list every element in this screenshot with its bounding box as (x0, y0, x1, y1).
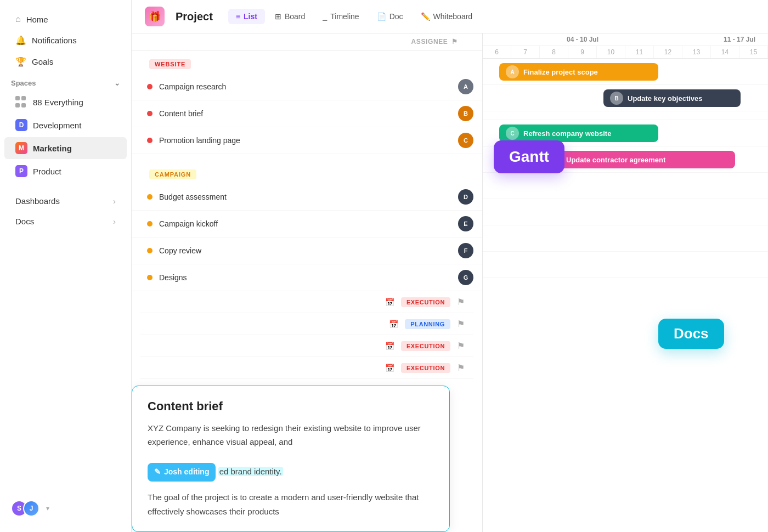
timeline-icon: ⎯ (323, 12, 327, 21)
gantt-bar-2[interactable]: B Update key objectives (603, 89, 741, 107)
col-flag: ⚑ (451, 38, 473, 46)
gantt-day: 10 (597, 46, 625, 58)
nav-tabs: ≡ List ⊞ Board ⎯ Timeline 📄 Doc ✏️ White… (228, 9, 480, 24)
bar-avatar: B (610, 92, 623, 105)
sidebar-item-goals[interactable]: 🏆 Goals (4, 52, 127, 72)
avatar: F (458, 243, 473, 258)
task-dot (147, 248, 153, 253)
sidebar-item-home[interactable]: ⌂ Home (4, 9, 127, 29)
docs-body: XYZ Company is seeking to redesign their… (148, 421, 434, 518)
gantt-day: 7 (511, 46, 540, 58)
task-dot (147, 111, 153, 116)
week1-label: 04 - 10 Jul (483, 33, 682, 46)
gantt-day: 9 (568, 46, 597, 58)
gantt-day: 12 (654, 46, 682, 58)
avatar: A (458, 79, 473, 94)
chevron-down-icon[interactable]: ⌄ (114, 79, 120, 87)
task-row[interactable]: Campaign research A (132, 73, 482, 100)
tab-doc[interactable]: 📄 Doc (369, 9, 411, 24)
docs-text-2: The goal of the project is to create a m… (148, 490, 434, 518)
task-row[interactable]: Content brief B (132, 100, 482, 127)
task-dot (147, 194, 153, 200)
mkt-icon: M (15, 142, 27, 154)
everything-icon (15, 96, 27, 108)
status-row[interactable]: 📅 EXECUTION ⚑ (140, 335, 473, 357)
prd-icon: P (15, 165, 27, 177)
sidebar-product-label: Product (33, 167, 61, 176)
tab-whiteboard[interactable]: ✏️ Whiteboard (413, 9, 481, 24)
home-icon: ⌂ (15, 14, 21, 24)
task-name: Designs (159, 273, 458, 282)
calendar-icon: 📅 (385, 364, 394, 372)
avatar: E (458, 216, 473, 231)
week1-days: 6 7 8 9 10 11 12 (483, 46, 682, 58)
footer-caret[interactable]: ▾ (46, 505, 49, 512)
avatar-j: J (23, 500, 39, 517)
gantt-bar-1[interactable]: A Finalize project scope (499, 63, 658, 81)
list-panel: ASSIGNEE ⚑ WEBSITE Campaign research A C… (132, 33, 483, 532)
sidebar-item-everything[interactable]: 88 Everything (4, 91, 127, 113)
docs-title: Content brief (148, 399, 434, 414)
chevron-right-docs-icon: › (113, 217, 116, 226)
sidebar-dashboards-label: Dashboards (15, 196, 108, 206)
avatar: G (458, 270, 473, 285)
gantt-header: 04 - 10 Jul 6 7 8 9 10 11 12 11 - 17 Jul… (483, 33, 768, 59)
task-name: Copy review (159, 246, 458, 255)
task-name: Promotion landing page (159, 136, 458, 145)
docs-text-1: XYZ Company is seeking to redesign their… (148, 421, 434, 449)
status-row[interactable]: 📅 PLANNING ⚑ (140, 313, 473, 335)
gantt-day: 11 (625, 46, 654, 58)
sidebar-item-docs[interactable]: Docs › (4, 212, 127, 231)
task-dot (147, 221, 153, 227)
tab-board[interactable]: ⊞ Board (267, 9, 313, 24)
sidebar-item-notifications[interactable]: 🔔 Notifications (4, 30, 127, 50)
task-name: Campaign kickoff (159, 219, 458, 228)
task-row[interactable]: Designs G (132, 264, 482, 291)
gantt-bar-4[interactable]: Update contractor agreement (560, 151, 735, 168)
pencil-icon: ✎ (154, 466, 161, 479)
floating-gantt-label: Gantt (494, 140, 564, 173)
task-row[interactable]: Copy review F (132, 237, 482, 264)
task-dot (147, 138, 153, 143)
tab-timeline[interactable]: ⎯ Timeline (315, 9, 366, 24)
section-campaign: CAMPAIGN Budget assessment D Campaign ki… (132, 161, 482, 291)
josh-editing-badge: ✎ Josh editing (148, 463, 216, 482)
gantt-day: 13 (682, 46, 711, 58)
spaces-section: Spaces ⌄ (0, 72, 131, 90)
sidebar-everything-label: 88 Everything (33, 98, 83, 107)
sidebar-item-marketing[interactable]: M Marketing (4, 137, 127, 159)
sidebar-item-development[interactable]: D Development (4, 114, 127, 136)
docs-highlight: ed brand identity. (218, 467, 283, 476)
gantt-panel: 04 - 10 Jul 6 7 8 9 10 11 12 11 - 17 Jul… (483, 33, 768, 532)
gantt-row-empty (483, 252, 768, 278)
gantt-row-2: B Update key objectives (483, 85, 768, 111)
project-logo: 🎁 (145, 7, 165, 26)
app-header: 🎁 Project ≡ List ⊞ Board ⎯ Timeline 📄 Do… (132, 0, 768, 33)
task-dot (147, 275, 153, 280)
calendar-icon: 📅 (389, 320, 398, 329)
gantt-bar-3[interactable]: C Refresh company website (499, 124, 658, 142)
docs-panel: Content brief XYZ Company is seeking to … (132, 386, 450, 532)
flag-task-icon: ⚑ (457, 319, 465, 329)
task-row[interactable]: Budget assessment D (132, 184, 482, 211)
calendar-icon: 📅 (385, 342, 394, 350)
status-row[interactable]: 📅 EXECUTION ⚑ (140, 357, 473, 379)
task-row[interactable]: Promotion landing page C (132, 127, 482, 154)
josh-editing-label: Josh editing (164, 466, 209, 479)
week2-label: 11 - 17 Jul (682, 33, 768, 46)
avatar: B (458, 106, 473, 121)
status-row[interactable]: 📅 EXECUTION ⚑ (140, 291, 473, 313)
sidebar-item-product[interactable]: P Product (4, 160, 127, 182)
gantt-row-1: A Finalize project scope (483, 59, 768, 85)
section-website: WEBSITE Campaign research A Content brie… (132, 50, 482, 154)
task-row[interactable]: Campaign kickoff E (132, 211, 482, 237)
sidebar: ⌂ Home 🔔 Notifications 🏆 Goals Spaces ⌄ … (0, 0, 132, 532)
tab-list[interactable]: ≡ List (228, 9, 265, 24)
avatar: D (458, 189, 473, 205)
sidebar-item-dashboards[interactable]: Dashboards › (4, 191, 127, 211)
gantt-day: 8 (540, 46, 568, 58)
list-icon: ≡ (236, 12, 240, 21)
flag-task-icon: ⚑ (457, 363, 465, 373)
gantt-bar-label: Update key objectives (628, 94, 703, 103)
sidebar-marketing-label: Marketing (33, 144, 72, 153)
